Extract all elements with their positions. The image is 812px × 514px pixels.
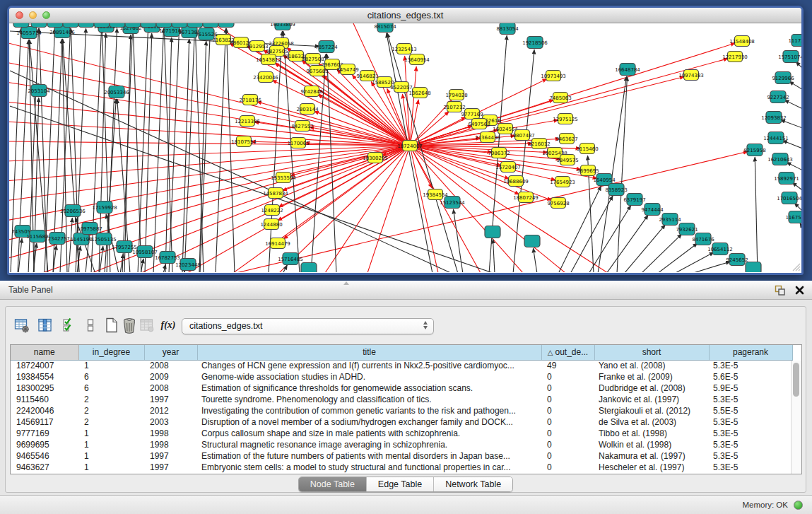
minimize-window-button[interactable] (29, 11, 37, 19)
table-cell[interactable]: 18724007 (11, 360, 78, 371)
table-cell[interactable]: 1 (78, 428, 144, 439)
table-selector-dropdown[interactable]: citations_edges.txt (182, 318, 434, 334)
table-cell[interactable]: Nakamura et al. (1997) (594, 450, 709, 462)
graph-edge[interactable] (367, 146, 410, 272)
graph-edge[interactable] (534, 248, 537, 272)
delete-column-icon[interactable] (121, 317, 138, 334)
table-cell[interactable]: 9115460 (11, 394, 78, 405)
table-cell[interactable]: 6 (78, 382, 144, 394)
graph-edge[interactable] (755, 157, 758, 272)
table-cell[interactable]: Corpus callosum shape and size in male p… (197, 428, 541, 439)
graph-node[interactable] (125, 23, 141, 28)
function-builder-icon[interactable]: f(x) (160, 317, 177, 334)
graph-edge[interactable] (780, 119, 801, 129)
graph-edge[interactable] (493, 239, 495, 272)
table-cell[interactable]: 6 (78, 371, 144, 382)
table-cell[interactable]: Franke et al. (2009) (594, 371, 709, 382)
graph-node[interactable] (63, 23, 78, 28)
graph-node[interactable] (218, 23, 234, 28)
table-cell[interactable]: Tibbo et al. (1998) (594, 428, 709, 439)
graph-node[interactable] (110, 23, 125, 28)
table-cell[interactable]: 2 (78, 405, 144, 416)
table-cell[interactable]: Dudbridge et al. (2008) (594, 382, 709, 394)
column-header-short[interactable]: short (594, 345, 709, 360)
memory-status-indicator[interactable] (794, 501, 803, 510)
graph-edge[interactable] (283, 31, 300, 272)
graph-edge[interactable] (195, 28, 204, 272)
column-header-in_degree[interactable]: in_degree (78, 345, 144, 360)
column-header-pagerank[interactable]: pagerank (709, 345, 792, 360)
table-cell[interactable]: 22420046 (11, 405, 78, 416)
graph-edge[interactable] (410, 146, 565, 272)
graph-edge[interactable] (226, 28, 235, 272)
table-cell[interactable]: 0 (541, 462, 594, 473)
table-cell[interactable]: 5.3E-5 (709, 428, 792, 439)
graph-node[interactable] (172, 23, 187, 28)
table-row[interactable]: 1830029562008Estimation of significance … (11, 382, 792, 394)
table-cell[interactable]: 5.6E-5 (709, 371, 792, 382)
table-mode-icon[interactable] (13, 317, 30, 334)
graph-node[interactable] (485, 226, 500, 238)
graph-edge[interactable] (153, 28, 164, 272)
table-cell[interactable]: Estimation of the future numbers of pati… (197, 450, 541, 462)
graph-edge[interactable] (787, 162, 801, 171)
table-cell[interactable]: Structural magnetic resonance image aver… (197, 439, 541, 450)
table-cell[interactable]: Genome-wide association studies in ADHD. (197, 371, 541, 382)
table-cell[interactable]: Changes of HCN gene expression and I(f) … (197, 360, 541, 371)
graph-edge[interactable] (657, 243, 698, 272)
table-panel-header[interactable]: Table Panel (0, 281, 812, 300)
table-cell[interactable]: 0 (541, 382, 594, 394)
table-cell[interactable]: 2008 (144, 382, 197, 394)
table-cell[interactable]: Jankovic et al. (1997) (594, 394, 709, 405)
graph-edge[interactable] (410, 146, 438, 272)
column-header-out_de[interactable]: △out_de... (541, 345, 594, 360)
table-cell[interactable]: 0 (541, 428, 594, 439)
graph-edge[interactable] (789, 81, 801, 90)
table-cell[interactable]: 5.5E-5 (709, 405, 792, 416)
table-cell[interactable]: 2003 (144, 416, 197, 428)
table-cell[interactable]: Stergiakouli et al. (2012) (594, 405, 709, 416)
table-cell[interactable]: Embryonic stem cells: a model to study s… (197, 462, 541, 473)
graph-edge[interactable] (589, 206, 631, 272)
graph-edge[interactable] (624, 225, 666, 272)
graph-edge[interactable] (410, 100, 418, 146)
table-row[interactable]: 946554611997Estimation of the future num… (11, 450, 792, 462)
graph-edge[interactable] (138, 28, 148, 272)
network-graph[interactable]: 1872400771638228860128891295323226058982… (9, 23, 801, 272)
graph-edge[interactable] (606, 215, 648, 272)
table-cell[interactable]: 5.9E-5 (709, 382, 792, 394)
graph-edge[interactable] (69, 218, 72, 272)
table-row[interactable]: 911546021997Tourette syndrome. Phenomeno… (11, 394, 792, 405)
table-row[interactable]: 1456911722003Disruption of a novel membe… (11, 416, 792, 428)
table-cell[interactable]: 19384554 (11, 371, 78, 382)
table-cell[interactable]: 2 (78, 394, 144, 405)
table-row[interactable]: 977716911998Corpus callosum shape and si… (11, 428, 792, 439)
table-cell[interactable]: 2012 (144, 405, 197, 416)
table-cell[interactable]: 5.3E-5 (709, 394, 792, 405)
graph-node[interactable] (141, 23, 156, 28)
table-cell[interactable]: 5.3E-5 (709, 462, 792, 473)
graph-edge[interactable] (641, 234, 682, 272)
table-cell[interactable]: Disruption of a novel member of a sodium… (197, 416, 541, 428)
table-cell[interactable]: 1998 (144, 428, 197, 439)
network-canvas[interactable]: 1872400771638228860128891295323226058982… (9, 23, 801, 272)
table-cell[interactable]: 0 (541, 405, 594, 416)
graph-node[interactable] (524, 235, 540, 247)
table-scrollbar[interactable] (791, 361, 801, 474)
table-cell[interactable]: 2008 (144, 360, 197, 371)
table-cell[interactable]: 0 (541, 416, 594, 428)
table-cell[interactable]: 5.3E-5 (709, 360, 792, 371)
table-cell[interactable]: 1997 (144, 450, 197, 462)
graph-edge[interactable] (325, 146, 410, 272)
graph-node[interactable] (187, 23, 203, 28)
network-window-titlebar[interactable]: citations_edges.txt (9, 8, 801, 23)
table-row[interactable]: 946362711997Embryonic stem cells: a mode… (11, 462, 792, 473)
graph-node[interactable] (203, 23, 218, 28)
window-resize-grip[interactable] (791, 262, 801, 271)
graph-node[interactable] (13, 23, 29, 28)
table-row[interactable]: 1938455462009Genome-wide association stu… (11, 371, 792, 382)
graph-edge[interactable] (318, 95, 410, 146)
table-cell[interactable]: 1 (78, 439, 144, 450)
graph-edge[interactable] (9, 146, 410, 181)
table-cell[interactable]: Tourette syndrome. Phenomenology and cla… (197, 394, 541, 405)
